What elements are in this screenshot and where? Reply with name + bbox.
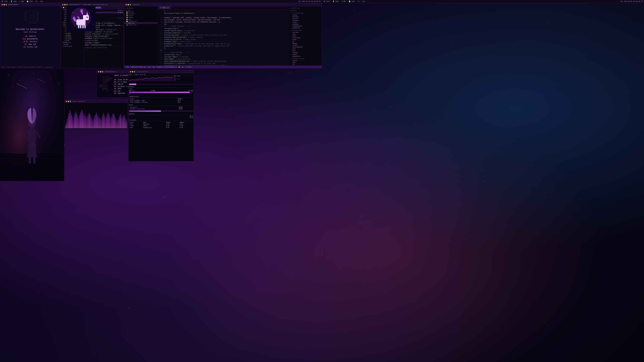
tab-active-flake[interactable]: ❄ flake.nix xyxy=(158,6,172,9)
outline-name[interactable]: name xyxy=(288,33,322,35)
menu-search[interactable]: [o] Search xyxy=(4,35,57,37)
editor-text-content[interactable]: { description = "Flake of LibrePhoenix";… xyxy=(163,9,288,65)
outline-dotfiles-dir[interactable]: dotfilesDir xyxy=(288,37,322,39)
top-statusbar: ⬛ Tech | 🔋 100% | ⚙ 20% | 💾 100% | 2S | … xyxy=(0,0,322,3)
vis-bar-64 xyxy=(122,118,122,128)
cpu-graph: CPU time 11 AVG: 10 0% xyxy=(129,76,193,81)
outline-locale[interactable]: locale xyxy=(288,21,322,23)
outline-wm-type[interactable]: wmType xyxy=(288,42,322,44)
browser-statusbar: file:///home/emmet/.browser/Tech/config/… xyxy=(0,66,60,68)
maximize-button[interactable] xyxy=(6,4,7,5)
minimize-button-neofetch[interactable] xyxy=(100,71,101,72)
sidebar-git[interactable]: ▶ .git xyxy=(124,9,158,11)
outline-grub-device[interactable]: grubDevice xyxy=(288,27,322,29)
sidebar-flake-nix[interactable]: ❄ flake.nix xyxy=(124,22,158,24)
outline-src[interactable]: src xyxy=(288,63,322,65)
editor-code-area[interactable]: 1 2 3 4 5 6 7 8 9 10 11 12 13 14 15 16 1 xyxy=(158,9,288,65)
vis-bar-30 xyxy=(92,119,92,128)
outline-timezone[interactable]: timezone xyxy=(288,19,322,21)
sidebar-flake-lock[interactable]: 🔒 flake.lock xyxy=(124,24,158,26)
file-tree-shell[interactable]: ▶ shell xyxy=(61,36,84,38)
vis-bar-2 xyxy=(67,119,68,128)
gutter-24: 24 xyxy=(158,60,163,62)
vis-bar-54 xyxy=(113,113,114,128)
close-button-files[interactable] xyxy=(62,4,64,5)
sysmon-cpu-title: CPU ~ 1.53 1.14 0.78 xyxy=(129,74,193,76)
statusbar-lang: Nix xyxy=(182,66,184,68)
menu-close-tab[interactable]: [x] Close tab xyxy=(4,45,57,48)
outline-term[interactable]: term xyxy=(288,48,322,50)
outline-name2[interactable]: name xyxy=(288,61,322,63)
sidebar-user[interactable]: 📁 user xyxy=(124,18,158,20)
mem-label-100: 100% xyxy=(129,88,193,90)
sidebar-profiles[interactable]: 📁 profiles xyxy=(124,13,158,15)
outline-browser[interactable]: browser xyxy=(288,44,322,46)
maximize-button-vis[interactable] xyxy=(70,101,71,102)
outline-email[interactable]: email xyxy=(288,35,322,37)
minimize-button-files[interactable] xyxy=(64,4,66,5)
gutter-6: 6 xyxy=(158,21,163,23)
outline-font[interactable]: font xyxy=(288,50,322,52)
outline-default-roam-dir[interactable]: defaultRoamDir xyxy=(288,46,322,48)
maximize-button-files[interactable] xyxy=(66,4,68,5)
topbar-ram-left: 💾 100% xyxy=(27,0,33,2)
file-tree-wm[interactable]: ▶ wm xyxy=(61,40,84,41)
gutter-1: 1 xyxy=(158,10,163,12)
outline-username[interactable]: username xyxy=(288,31,322,33)
minimize-button[interactable] xyxy=(4,4,5,5)
close-button[interactable] xyxy=(2,4,3,5)
vis-bar-46 xyxy=(106,116,106,128)
editor-statusbar: 7.5k .dotfiles/flake.nix 3:10 Top Produc… xyxy=(124,65,322,68)
outline-user-settings[interactable]: ▼ userSettings xyxy=(288,29,322,31)
gutter-2: 2 xyxy=(158,12,163,14)
th-device: Device xyxy=(129,98,177,100)
outline-nixpkgs-patched[interactable]: ▼ nixpkgs-patched xyxy=(288,58,322,60)
outline-boot-mode[interactable]: bootMode xyxy=(288,23,322,25)
file-tree-desktop-png[interactable]: desktop.png xyxy=(61,45,84,47)
close-button-neofetch[interactable] xyxy=(98,71,99,72)
file-tree-pkgs[interactable]: ▶ pkgs xyxy=(61,34,84,36)
outline-wm[interactable]: wm xyxy=(288,40,322,42)
browser-profile: Tech Profile xyxy=(4,31,57,33)
close-button-editor[interactable] xyxy=(126,4,127,5)
file-tree-lang[interactable]: ▶ lang xyxy=(61,32,84,34)
menu-new-tab[interactable]: [t] New tab xyxy=(4,43,57,45)
minimize-button-sysmon[interactable] xyxy=(132,71,133,72)
vis-bar-52 xyxy=(111,116,112,128)
code-line-5: nix-straight, stylix, blocklist-hosts, h… xyxy=(164,19,287,21)
minimize-button-editor[interactable] xyxy=(128,4,129,5)
outline-profile[interactable]: profile xyxy=(288,18,322,19)
vis-bar-32 xyxy=(94,118,94,128)
outline-hostname[interactable]: hostname xyxy=(288,16,322,18)
sysmon-network-section: Network ↑ 36.0 ↓ 19.5 xyxy=(129,113,193,118)
menu-quickmarks[interactable]: [b] Quickmarks xyxy=(4,37,57,40)
maximize-button-sysmon[interactable] xyxy=(134,71,135,72)
sidebar-themes[interactable]: 📁 themes xyxy=(124,16,158,18)
outline-system2[interactable]: system xyxy=(288,60,322,61)
file-tree-readme2[interactable]: README.org xyxy=(61,41,84,43)
maximize-button-editor[interactable] xyxy=(130,4,131,5)
outline-editor[interactable]: editor xyxy=(288,53,322,55)
neofetch-logo: :::: // :::::::///// :::::://// ::///// … xyxy=(98,74,112,96)
outline-system-settings[interactable]: ▼ systemSettings xyxy=(288,12,322,14)
minimize-button-vis[interactable] xyxy=(68,101,69,102)
close-button-sysmon[interactable] xyxy=(130,71,131,72)
vis-bar-13 xyxy=(77,114,77,128)
file-tree-style[interactable]: ▶ style xyxy=(61,38,84,40)
outline-patches[interactable]: patches xyxy=(288,65,322,65)
sidebar-patches[interactable]: 📁 patches xyxy=(124,11,158,13)
sysmon-memory-section: Memory 100% RAM: 95 5.7GiB / 02.0iB 0% xyxy=(129,86,193,95)
sidebar-system[interactable]: 📁 system xyxy=(124,15,158,16)
close-button-vis[interactable] xyxy=(66,101,67,102)
outline-boot-mount-path[interactable]: bootMountPath xyxy=(288,25,322,27)
outline-theme[interactable]: theme xyxy=(288,39,322,40)
sidebar-dotfiles[interactable]: .dotfiles xyxy=(124,7,158,9)
file-tree-license[interactable]: LICENSE xyxy=(61,43,84,45)
mem-total-val: 02.0iB xyxy=(188,90,193,91)
outline-font-pkg[interactable]: fontPkg xyxy=(288,52,322,53)
outline-system[interactable]: system xyxy=(288,14,322,16)
outline-spawn-editor[interactable]: spawnEditor xyxy=(288,55,322,57)
maximize-button-neofetch[interactable] xyxy=(102,71,103,72)
menu-history[interactable]: [S h] History xyxy=(4,40,57,43)
sidebar-readme-org[interactable]: 📄 README.org xyxy=(124,20,158,22)
